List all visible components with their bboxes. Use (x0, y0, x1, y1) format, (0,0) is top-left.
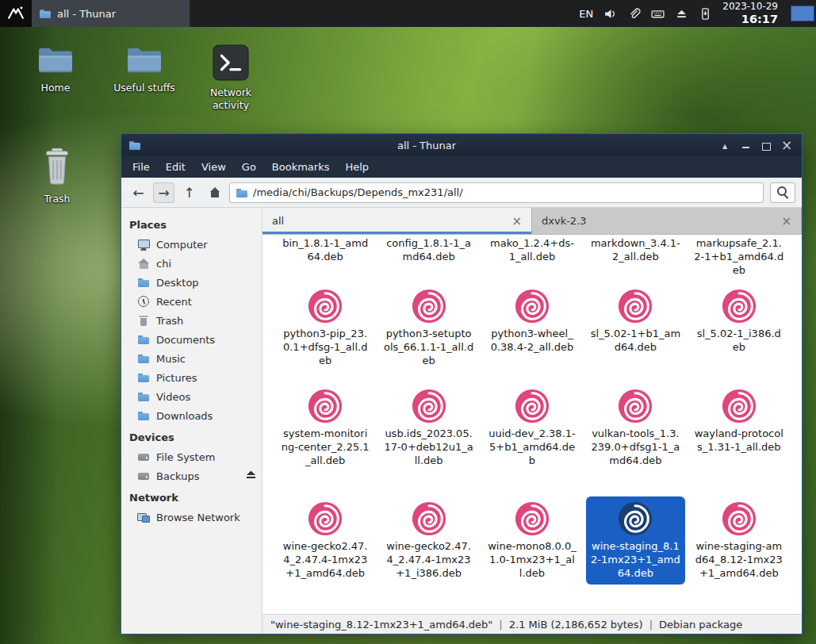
window-title: all - Thunar (141, 140, 712, 151)
desktop-icon-network-activity[interactable]: Network activity (194, 44, 267, 111)
back-button[interactable]: ← (128, 182, 149, 203)
menu-edit[interactable]: Edit (158, 158, 193, 176)
desktop-icon-label: Useful stuffs (113, 82, 175, 94)
up-button[interactable]: ↑ (178, 182, 200, 203)
file-item[interactable]: sl_5.02-1+b1_amd64.deb (586, 284, 684, 384)
folder-icon (137, 276, 150, 289)
workspace-switcher[interactable] (791, 6, 814, 21)
sidebar-item-label: Computer (156, 239, 208, 251)
file-item[interactable]: wine-mono8.0.0_1.0-1mx23+1_all.deb (483, 496, 581, 585)
file-item[interactable]: wine-staging-amd64_8.12-1mx23+1_amd64.de… (690, 496, 788, 585)
menu-bookmarks[interactable]: Bookmarks (264, 158, 338, 176)
sidebar-item-documents[interactable]: Documents (121, 330, 262, 349)
menu-view[interactable]: View (193, 158, 234, 176)
folder-icon (39, 7, 52, 20)
mx-menu-button[interactable] (0, 0, 32, 27)
file-item[interactable]: wine-gecko2.47.4_2.47.4-1mx23+1_i386.deb (379, 496, 477, 585)
tab-dxvk-2-3[interactable]: dxvk-2.3 (532, 208, 802, 234)
sidebar-item-label: File System (156, 451, 215, 463)
thunar-window: all - Thunar File Edit View Go Bookmarks… (121, 133, 803, 634)
clock-icon (137, 295, 150, 308)
file-name: wine-staging-amd64_8.12-1mx23+1_amd64.de… (694, 540, 784, 581)
sidebar-item-music[interactable]: Music (121, 349, 262, 368)
debian-package-icon (514, 500, 550, 537)
menubar: File Edit View Go Bookmarks Help (121, 156, 802, 178)
sidebar-item-file-system[interactable]: File System (121, 447, 262, 466)
titlebar[interactable]: all - Thunar (121, 134, 802, 156)
eject-icon[interactable] (675, 7, 688, 21)
file-item-selected[interactable]: wine-staging_8.12-1mx23+1_amd64.deb (586, 496, 684, 585)
keep-above-button[interactable] (717, 138, 733, 153)
file-name: wine-gecko2.47.4_2.47.4-1mx23+1_i386.deb (384, 540, 474, 581)
close-button[interactable] (779, 138, 795, 153)
desktop-icon-useful-stuffs[interactable]: Useful stuffs (108, 44, 181, 94)
file-item[interactable]: python3-setuptools_66.1.1-1_all.deb (379, 284, 477, 384)
file-item[interactable]: vulkan-tools_1.3.239.0+dfsg1-1_amd64.deb (586, 384, 684, 496)
desktop-icon-home[interactable]: Home (19, 44, 92, 94)
clipboard-icon[interactable] (627, 7, 641, 21)
sidebar-item-desktop[interactable]: Desktop (121, 273, 262, 292)
file-item[interactable]: usb.ids_2023.05.17-0+deb12u1_all.deb (379, 384, 477, 496)
debian-package-icon (721, 500, 757, 537)
file-item[interactable]: bin_1.8.1-1_amd64.deb (276, 236, 374, 284)
file-item[interactable]: uuid-dev_2.38.1-5+b1_amd64.deb (483, 384, 581, 496)
menu-go[interactable]: Go (234, 158, 264, 176)
eject-icon[interactable] (247, 471, 255, 478)
sidebar-item-pictures[interactable]: Pictures (121, 368, 262, 387)
menu-help[interactable]: Help (337, 158, 377, 176)
debian-package-icon (307, 388, 343, 424)
file-item[interactable]: python3-wheel_0.38.4-2_all.deb (483, 284, 581, 384)
file-item[interactable]: python3-pip_23.0.1+dfsg-1_all.deb (276, 284, 374, 384)
taskbar-window-button[interactable]: all - Thunar (32, 0, 190, 27)
desktop-icon-trash[interactable]: Trash (21, 146, 94, 205)
file-item[interactable]: wayland-protocols_1.31-1_all.deb (690, 384, 788, 496)
volume-icon[interactable] (603, 7, 617, 21)
sidebar-item-downloads[interactable]: Downloads (121, 406, 262, 425)
file-item[interactable]: markupsafe_2.1.2-1+b1_amd64.deb (690, 236, 788, 284)
sidebar-item-videos[interactable]: Videos (121, 387, 262, 406)
debian-package-icon (307, 288, 343, 324)
file-item[interactable]: sl_5.02-1_i386.deb (690, 284, 788, 384)
terminal-icon (213, 44, 249, 81)
toolbar: ← → ↑ /media/chi/Backups/Depends_mx231/a… (121, 178, 802, 208)
file-item[interactable]: mako_1.2.4+ds-1_all.deb (483, 236, 581, 284)
maximize-button[interactable] (758, 138, 774, 153)
status-bar: "wine-staging_8.12-1mx23+1_amd64.deb" | … (262, 614, 802, 634)
forward-button[interactable]: → (153, 182, 174, 203)
file-item[interactable]: wine-gecko2.47.4_2.47.4-1mx23+1_amd64.de… (276, 496, 374, 585)
file-item[interactable]: system-monitoring-center_2.25.1_all.deb (276, 384, 374, 496)
sidebar-item-computer[interactable]: Computer (121, 235, 262, 254)
file-name: markdown_3.4.1-2_all.deb (590, 237, 680, 264)
sidebar-item-browse-network[interactable]: Browse Network (121, 508, 262, 527)
tab-close-icon[interactable] (511, 214, 522, 228)
debian-package-icon (411, 388, 447, 424)
debian-package-icon (617, 388, 653, 424)
folder-icon (137, 371, 150, 384)
minimize-button[interactable] (737, 138, 753, 153)
file-name: wayland-protocols_1.31-1_all.deb (694, 427, 784, 454)
sidebar-item-backups[interactable]: Backups (121, 466, 262, 485)
keyboard-icon[interactable] (651, 7, 665, 21)
sidebar-item-chi[interactable]: chi (121, 254, 262, 273)
desktop-icon-label: Home (41, 82, 71, 94)
sidebar-item-recent[interactable]: Recent (121, 292, 262, 311)
system-tray: EN 2023-10-29 16:17 (579, 0, 816, 27)
menu-file[interactable]: File (125, 158, 158, 176)
debian-package-icon (514, 288, 550, 324)
keyboard-layout-indicator[interactable]: EN (579, 8, 593, 20)
tab-close-icon[interactable] (781, 214, 791, 228)
tab-all[interactable]: all (262, 208, 532, 234)
file-name: markupsafe_2.1.2-1+b1_amd64.deb (694, 237, 784, 278)
search-button[interactable] (770, 182, 795, 203)
file-item[interactable]: config_1.8.1-1_amd64.deb (379, 236, 477, 284)
file-name: config_1.8.1-1_amd64.deb (384, 237, 474, 264)
sidebar: Places Computer chi Desktop Recent (121, 208, 262, 634)
file-item[interactable]: markdown_3.4.1-2_all.deb (586, 236, 684, 284)
updates-icon[interactable] (699, 7, 712, 21)
sidebar-item-trash[interactable]: Trash (121, 311, 262, 330)
network-icon (137, 511, 150, 523)
home-button[interactable] (204, 182, 225, 203)
path-bar[interactable]: /media/chi/Backups/Depends_mx231/all/ (229, 182, 764, 203)
folder-icon (137, 409, 150, 422)
clock[interactable]: 2023-10-29 16:17 (722, 2, 778, 25)
